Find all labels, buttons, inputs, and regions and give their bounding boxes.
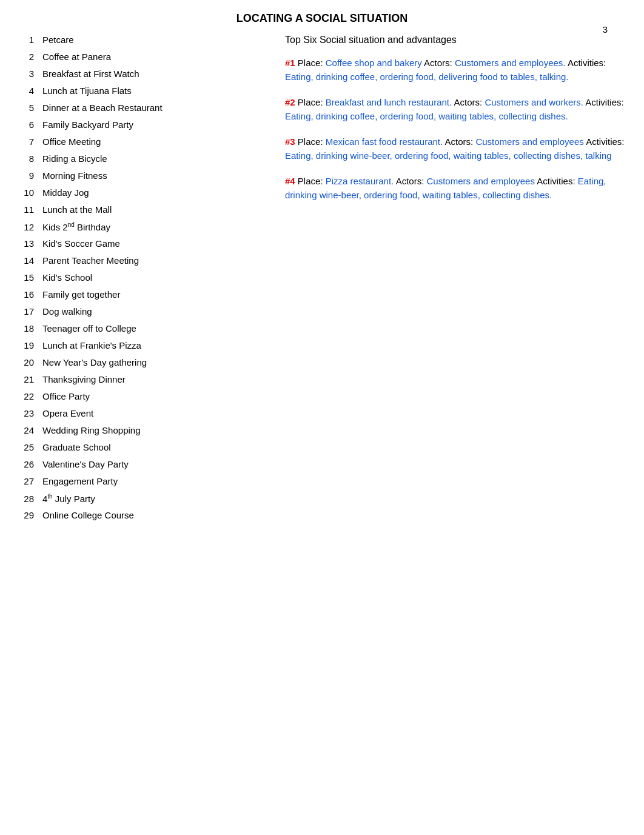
list-item: 6Family Backyard Party [18, 119, 273, 135]
list-item: 2Coffee at Panera [18, 52, 273, 67]
item-label: Thanksgiving Dinner [42, 374, 126, 384]
top-title: Top Six Social situation and advantages [285, 35, 626, 45]
item-number: 16 [18, 289, 42, 300]
advantage-block: #4 Place: Pizza restaurant. Actors: Cust… [285, 175, 626, 202]
right-content: Top Six Social situation and advantages … [273, 35, 626, 527]
list-item: 5Dinner at a Beach Restaurant [18, 102, 273, 118]
item-label: Family get together [42, 289, 120, 300]
list-item: 9Morning Fitness [18, 170, 273, 186]
item-label: Parent Teacher Meeting [42, 255, 139, 266]
item-number: 21 [18, 374, 42, 384]
item-number: 18 [18, 323, 42, 334]
item-number: 26 [18, 459, 42, 469]
item-label: Breakfast at First Watch [42, 69, 139, 79]
item-label: Morning Fitness [42, 170, 107, 181]
list-item: 12Kids 2nd Birthday [18, 221, 273, 237]
advantage-block: #2 Place: Breakfast and lunch restaurant… [285, 96, 626, 123]
activities-label: Activities: [585, 97, 623, 107]
item-label: Office Party [42, 391, 90, 401]
actors-label: Actors: [424, 58, 452, 68]
activities-label: Activities: [537, 176, 575, 186]
adv-num: #2 [285, 97, 295, 107]
item-label: New Year's Day gathering [42, 357, 147, 367]
item-label: Wedding Ring Shopping [42, 425, 141, 435]
adv-num: #3 [285, 136, 295, 147]
adv-place: Breakfast and lunch restaurant. [326, 97, 452, 107]
item-number: 28 [18, 494, 42, 504]
item-number: 15 [18, 272, 42, 283]
item-label: Dog walking [42, 306, 92, 317]
page-number: 3 [603, 24, 608, 35]
item-number: 11 [18, 204, 42, 215]
adv-activities: Eating, drinking coffee, ordering food, … [285, 111, 568, 121]
list-item: 3Breakfast at First Watch [18, 69, 273, 84]
item-label: Coffee at Panera [42, 52, 111, 62]
item-number: 24 [18, 425, 42, 435]
adv-num: #4 [285, 176, 295, 186]
list-item: 21Thanksgiving Dinner [18, 374, 273, 390]
list-item: 18Teenager off to College [18, 323, 273, 339]
adv-actors: Customers and employees [427, 176, 535, 186]
item-number: 25 [18, 442, 42, 452]
advantage-block: #1 Place: Coffee shop and bakery Actors:… [285, 56, 626, 84]
item-label: Engagement Party [42, 476, 118, 486]
adv-actors: Customers and employees [475, 136, 583, 147]
item-label: Kid's School [42, 272, 92, 283]
list-item: 4Lunch at Tijuana Flats [18, 86, 273, 101]
item-label: Teenager off to College [42, 323, 136, 334]
list-item: 284th July Party [18, 493, 273, 509]
actors-label: Actors: [445, 136, 474, 147]
item-number: 20 [18, 357, 42, 367]
item-number: 9 [18, 170, 42, 181]
list-item: 27Engagement Party [18, 476, 273, 492]
activities-label: Activities: [586, 136, 624, 147]
place-label: Place: [298, 58, 323, 68]
item-number: 14 [18, 255, 42, 266]
list-item: 19Lunch at Frankie's Pizza [18, 340, 273, 356]
item-label: Office Meeting [42, 136, 101, 147]
list-item: 11Lunch at the Mall [18, 204, 273, 220]
advantage-block: #3 Place: Mexican fast food restaurant. … [285, 135, 626, 163]
item-number: 12 [18, 222, 42, 232]
list-item: 16Family get together [18, 289, 273, 305]
item-number: 6 [18, 119, 42, 130]
item-number: 4 [18, 86, 42, 96]
item-label: Kid's Soccer Game [42, 238, 120, 249]
item-label: Graduate School [42, 442, 111, 452]
adv-place: Pizza restaurant. [326, 176, 394, 186]
item-number: 2 [18, 52, 42, 62]
list-item: 1Petcare [18, 35, 273, 50]
section-header: LOCATING A SOCIAL SITUATION [18, 12, 626, 25]
item-number: 1 [18, 35, 42, 45]
adv-place: Coffee shop and bakery [326, 58, 422, 68]
item-number: 22 [18, 391, 42, 401]
list-item: 20New Year's Day gathering [18, 357, 273, 373]
item-number: 29 [18, 510, 42, 520]
item-label: Kids 2nd Birthday [42, 221, 110, 232]
item-label: Lunch at Tijuana Flats [42, 86, 132, 96]
adv-actors: Customers and employees. [455, 58, 566, 68]
item-label: 4th July Party [42, 493, 95, 504]
item-number: 23 [18, 408, 42, 418]
list-item: 7Office Meeting [18, 136, 273, 152]
actors-label: Actors: [454, 97, 483, 107]
item-number: 27 [18, 476, 42, 486]
item-number: 3 [18, 69, 42, 79]
list-item: 22Office Party [18, 391, 273, 407]
item-label: Family Backyard Party [42, 119, 133, 130]
item-label: Valentine's Day Party [42, 459, 129, 469]
item-label: Dinner at a Beach Restaurant [42, 102, 163, 113]
adv-place: Mexican fast food restaurant. [326, 136, 443, 147]
list-item: 29Online College Course [18, 510, 273, 526]
list-item: 23Opera Event [18, 408, 273, 424]
item-label: Petcare [42, 35, 74, 45]
item-label: Midday Jog [42, 187, 89, 198]
actors-label: Actors: [396, 176, 424, 186]
list-item: 10Midday Jog [18, 187, 273, 203]
item-number: 13 [18, 238, 42, 249]
item-number: 8 [18, 153, 42, 164]
adv-activities: Eating, drinking coffee, ordering food, … [285, 72, 569, 82]
list-item: 13Kid's Soccer Game [18, 238, 273, 254]
list-item: 14Parent Teacher Meeting [18, 255, 273, 271]
adv-num: #1 [285, 58, 295, 68]
